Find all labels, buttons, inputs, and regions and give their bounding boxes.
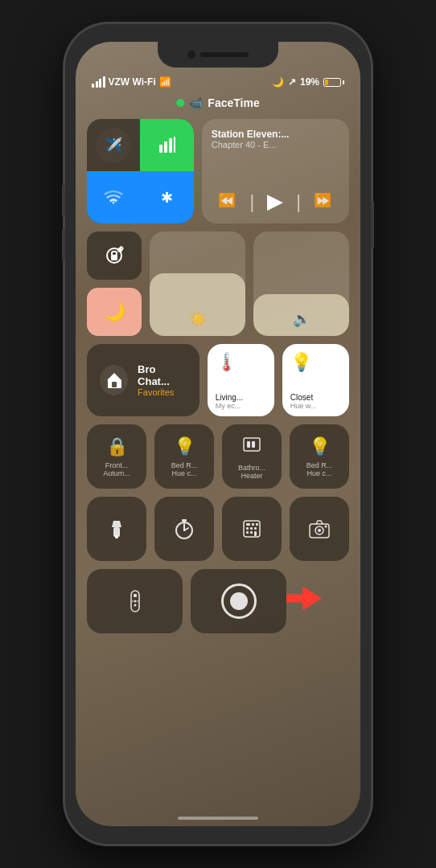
flashlight-button[interactable] [87, 497, 146, 561]
volume-up-button[interactable] [62, 185, 65, 217]
svg-rect-25 [246, 531, 249, 534]
bathroom-label: Bathro...Heater [238, 464, 265, 480]
airplane-mode-button[interactable]: ✈️ [87, 119, 140, 171]
bulb2-icon: 💡 [309, 436, 331, 457]
wifi-button[interactable] [87, 171, 140, 223]
home-subtitle: Favorites [138, 387, 187, 397]
heater-icon [241, 434, 262, 460]
cellular-icon [150, 128, 185, 163]
red-arrow [286, 587, 322, 616]
status-right: 🌙 ↗ 19% [272, 76, 344, 88]
bluetooth-button[interactable]: ✱ [140, 171, 193, 223]
signal-bar-4 [103, 76, 105, 88]
svg-point-34 [134, 600, 136, 603]
svg-rect-8 [111, 255, 117, 260]
home-indicator [178, 817, 258, 820]
cellular-button[interactable] [140, 119, 193, 171]
shortcut-tiles: 🌡️ Living... My ec... 💡 Closet Hue w... [208, 344, 349, 416]
svg-rect-21 [256, 523, 258, 526]
volume-slider[interactable]: 🔈 [253, 231, 349, 336]
home-title: Bro Chat... [138, 363, 187, 387]
row-home-shortcuts: Bro Chat... Favorites 🌡️ Living... My ec… [87, 344, 349, 416]
speaker [200, 52, 249, 57]
control-center: ✈️ [87, 119, 349, 810]
record-btn-ring [221, 583, 257, 619]
camera-button[interactable] [290, 497, 349, 561]
brightness-icon: ☀️ [189, 310, 207, 328]
screen-record-button[interactable] [191, 569, 286, 633]
home-icon [100, 365, 128, 395]
front-door-tile[interactable]: 🔒 Front...Autum... [87, 424, 146, 489]
row-more-shortcuts: 🔒 Front...Autum... 💡 Bed R...Hue c... [87, 424, 349, 489]
power-button[interactable] [371, 201, 374, 249]
status-bar: VZW Wi-Fi 📶 🌙 ↗ 19% [76, 71, 360, 93]
notch [158, 42, 278, 68]
battery-icon [323, 78, 344, 87]
svg-marker-38 [286, 587, 322, 611]
facetime-camera-icon: 📹 [189, 96, 203, 109]
remote-button[interactable] [87, 569, 183, 633]
closet-shortcut[interactable]: 💡 Closet Hue w... [282, 344, 349, 416]
wifi-btn-icon [96, 180, 131, 215]
svg-point-35 [134, 604, 136, 607]
facetime-banner: 📹 FaceTime [176, 96, 259, 109]
brightness-slider[interactable]: ☀️ [150, 231, 245, 336]
media-title: Station Eleven:... [212, 129, 339, 140]
battery-pct: 19% [300, 76, 319, 88]
svg-rect-19 [246, 523, 250, 526]
rotation-lock-button[interactable] [87, 231, 142, 280]
bed-hue1-tile[interactable]: 💡 Bed R...Hue c... [154, 424, 214, 489]
svg-rect-12 [247, 441, 250, 448]
svg-rect-10 [112, 382, 117, 387]
focus-button[interactable]: 🌙 [87, 288, 142, 336]
status-left: VZW Wi-Fi 📶 [92, 76, 171, 88]
svg-rect-3 [174, 137, 175, 153]
slider-group: ☀️ 🔈 [150, 231, 349, 336]
facetime-label: FaceTime [208, 96, 259, 109]
facetime-dot [176, 99, 184, 107]
timer-button[interactable] [154, 497, 214, 561]
media-subtitle: Chapter 40 - E... [212, 140, 339, 149]
media-controls: ⏪ | ▶ | ⏩ [212, 189, 339, 214]
play-button[interactable]: ▶ [267, 189, 283, 214]
svg-rect-20 [252, 523, 254, 526]
svg-text:⏩: ⏩ [314, 192, 332, 207]
svg-rect-17 [182, 519, 187, 522]
svg-rect-33 [134, 594, 137, 597]
front-camera [187, 51, 195, 59]
rewind-button[interactable]: ⏪ [218, 191, 237, 212]
volume-down-button[interactable] [62, 228, 65, 260]
bathroom-tile[interactable]: Bathro...Heater [222, 424, 282, 489]
svg-rect-0 [159, 145, 162, 153]
closet-sub: Hue w... [290, 402, 317, 410]
airplane-icon: ✈️ [96, 128, 131, 163]
bulb-icon: 💡 [290, 352, 312, 373]
home-button[interactable]: Bro Chat... Favorites [87, 344, 199, 416]
bulb1-icon: 💡 [174, 436, 195, 457]
signal-bar-1 [92, 84, 94, 88]
record-btn-fill [230, 592, 248, 610]
lock-icon: 🔒 [106, 436, 128, 457]
wifi-icon: 📶 [159, 76, 171, 88]
svg-point-36 [132, 600, 134, 602]
closet-label: Closet [290, 393, 317, 402]
media-widget: Station Eleven:... Chapter 40 - E... ⏪ |… [202, 119, 349, 223]
signal-bars [92, 76, 105, 88]
svg-text:⏪: ⏪ [218, 192, 237, 207]
bed-hue1-label: Bed R...Hue c... [171, 461, 198, 477]
connectivity-grid: ✈️ [87, 119, 194, 223]
living-label: Living... [216, 393, 243, 402]
living-shortcut[interactable]: 🌡️ Living... My ec... [208, 344, 274, 416]
signal-bar-3 [99, 79, 101, 88]
svg-rect-2 [169, 138, 172, 153]
svg-rect-24 [254, 527, 257, 530]
svg-point-9 [117, 248, 122, 252]
calculator-button[interactable] [222, 497, 282, 561]
bed-hue2-tile[interactable]: 💡 Bed R...Hue c... [290, 424, 349, 489]
row-bottom [87, 569, 349, 633]
svg-rect-26 [250, 531, 253, 534]
forward-button[interactable]: ⏩ [314, 191, 333, 212]
svg-rect-1 [164, 141, 167, 153]
svg-point-30 [318, 529, 321, 532]
signal-bar-2 [96, 81, 98, 88]
